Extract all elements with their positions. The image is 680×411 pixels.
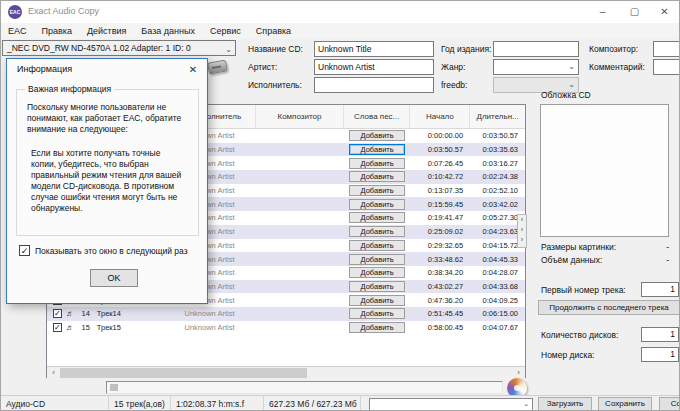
maximize-button[interactable]: ▢ [618,1,651,23]
track-number: 15 [77,323,90,332]
artist-label: Артист: [248,62,277,72]
performer-input[interactable] [314,77,434,93]
add-lyrics-button[interactable]: Добавить [349,281,405,292]
menu-item[interactable]: База данных [141,23,195,39]
cd-title-input[interactable]: Unknown Title [314,41,434,57]
information-dialog: Информация ✕ Важная информация Поскольку… [6,58,208,304]
horizontal-scrollbar[interactable]: ‹ › [47,366,525,378]
track-start: 0:07:26.45 [410,156,470,170]
header-start[interactable]: Начало [410,105,470,128]
track-checkbox[interactable]: ✓ [53,309,62,318]
year-label: Год издания: [441,44,491,54]
new-button[interactable]: Создать [659,397,680,411]
add-lyrics-button[interactable]: Добавить [349,226,405,237]
track-composer [256,293,344,307]
save-button[interactable]: Сохранить [598,397,652,411]
track-start: 0:10:42.72 [410,170,470,184]
add-lyrics-button[interactable]: Добавить [349,295,405,306]
performer-label: Исполнитель: [248,80,302,90]
add-lyrics-button[interactable]: Добавить [349,185,405,196]
track-length: 0:03:35.63 [470,143,525,157]
header-composer[interactable]: Композитор [256,105,344,128]
track-composer [256,197,344,211]
genre-select[interactable]: ⌄ [493,59,579,75]
disc-count-input[interactable]: 1 [641,327,679,342]
continue-last-track-button[interactable]: Продолжить с последнего трека [538,300,680,315]
music-note-icon: ♬ [66,323,74,332]
add-lyrics-button[interactable]: Добавить [349,199,405,210]
track-title: Трек15 [90,321,179,335]
disc-number-input[interactable]: 1 [641,347,679,362]
eac-window: EAC Exact Audio Copy – ▢ ✕ EACПравкаДейс… [0,0,680,411]
panel-splitter[interactable]: ››› [517,214,527,248]
track-composer [256,170,344,184]
status-track-count: 15 трек(а,ов) [109,396,171,411]
track-start: 0:58:00.45 [410,321,470,335]
track-composer [256,252,344,266]
header-lyrics[interactable]: Слова пес... [344,105,411,128]
track-length: 0:02:24.38 [470,170,525,184]
menu-item[interactable]: Справка [256,23,291,39]
track-composer [256,211,344,225]
row-selector-cell: ✓ ♬ 15 [47,321,90,335]
track-composer [256,129,344,143]
track-number: 14 [77,309,90,318]
table-row[interactable]: ✓ ♬ 14 Трек14 Unknown Artist Добавить 0:… [47,307,525,321]
range-strip-thumb[interactable] [110,384,118,391]
track-composer [256,184,344,198]
artist-input[interactable]: Unknown Artist [314,59,434,75]
comment-input[interactable] [653,59,680,75]
add-lyrics-button[interactable]: Добавить [349,267,405,278]
cover-panel-title: Обложка CD [541,90,591,100]
drive-selector-value: _NEC DVD_RW ND-4570A 1.02 Adapter: 1 ID:… [7,43,191,53]
add-lyrics-button[interactable]: Добавить [349,171,405,182]
add-lyrics-button[interactable]: Добавить [349,130,405,141]
menu-item[interactable]: EAC [8,23,27,39]
year-input[interactable] [493,41,579,57]
ok-button[interactable]: OK [90,269,138,287]
add-lyrics-button[interactable]: Добавить [349,240,405,251]
data-size-label: Объём данных: [541,255,602,265]
add-lyrics-button[interactable]: Добавить [349,322,405,333]
track-start: 0:19:41.47 [410,211,470,225]
show-again-checkbox[interactable]: ✓ [19,245,30,256]
range-strip[interactable] [106,381,503,394]
add-lyrics-button[interactable]: Добавить [349,144,405,155]
add-lyrics-button[interactable]: Добавить [349,254,405,265]
load-button[interactable]: Загрузить [538,397,592,411]
track-length: 0:03:16.27 [470,156,525,170]
dialog-title: Информация [17,64,72,74]
dialog-paragraph-2: Если вы хотите получать точные копии, уб… [31,148,187,214]
menu-item[interactable]: Действия [87,23,126,39]
scrollbar-thumb[interactable] [60,368,307,378]
dialog-close-icon[interactable]: ✕ [181,61,205,78]
drive-selector[interactable]: _NEC DVD_RW ND-4570A 1.02 Adapter: 1 ID:… [2,40,236,56]
add-lyrics-button[interactable]: Добавить [349,158,405,169]
composer-input[interactable] [653,41,680,57]
minimize-button[interactable]: – [586,1,619,23]
status-disc-type: Аудио-CD [1,396,109,411]
table-row[interactable]: ✓ ♬ 15 Трек15 Unknown Artist Добавить 0:… [47,321,525,335]
track-composer [256,280,344,294]
header-length[interactable]: Длительн... [470,105,525,128]
add-lyrics-button[interactable]: Добавить [349,212,405,223]
track-start: 0:51:45.45 [410,307,470,321]
data-size-value: - [621,255,669,265]
menu-item[interactable]: Сервис [210,23,241,39]
chevron-down-icon: ⌄ [225,43,232,57]
cd-cover-box[interactable] [540,104,669,237]
track-composer [256,307,344,321]
close-button[interactable]: ✕ [648,1,680,23]
app-icon: EAC [8,5,22,19]
scroll-left-icon[interactable]: ‹ [47,367,60,379]
add-lyrics-button[interactable]: Добавить [349,308,405,319]
menu-item[interactable]: Правка [42,23,72,39]
profile-select[interactable]: ⌄ [369,398,533,411]
track-checkbox[interactable]: ✓ [53,323,62,332]
track-start: 0:00:00.00 [410,129,470,143]
chevron-down-icon: ⌄ [523,400,529,408]
track-start: 0:38:34.20 [410,266,470,280]
status-total-time: 1:02:08.37 h:m:s.f [171,396,264,411]
cd-title-label: Название CD: [248,44,303,54]
first-track-input[interactable]: 1 [641,282,679,297]
